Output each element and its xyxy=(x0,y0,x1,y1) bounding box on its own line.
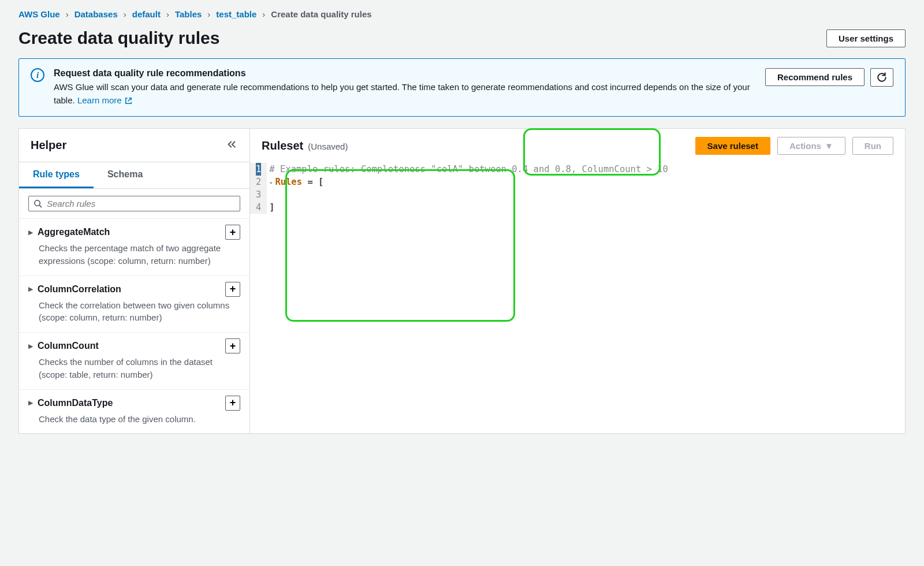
recommend-rules-button[interactable]: Recommend rules xyxy=(765,68,865,86)
rule-item: ▶ ColumnCorrelation + Check the correlat… xyxy=(19,275,249,333)
caret-right-icon[interactable]: ▶ xyxy=(28,229,33,236)
ruleset-status: (Unsaved) xyxy=(308,142,348,151)
info-banner-title: Request data quality rule recommendation… xyxy=(54,68,756,79)
ruleset-title: Ruleset (Unsaved) xyxy=(262,139,348,152)
info-banner: i Request data quality rule recommendati… xyxy=(18,58,906,117)
chevron-down-icon: ▼ xyxy=(825,141,833,151)
chevron-right-icon: › xyxy=(124,9,126,19)
breadcrumb-item[interactable]: default xyxy=(132,9,161,19)
search-icon xyxy=(33,199,42,208)
breadcrumb-item[interactable]: test_table xyxy=(216,9,256,19)
svg-line-1 xyxy=(39,205,42,207)
search-input-wrap[interactable] xyxy=(28,196,240,211)
tab-rule-types[interactable]: Rule types xyxy=(19,162,94,188)
rule-desc: Check the data type of the given column. xyxy=(28,413,240,426)
add-rule-button[interactable]: + xyxy=(225,282,240,297)
external-link-icon xyxy=(124,96,133,105)
rule-item: ▶ ColumnDataType + Check the data type o… xyxy=(19,389,249,434)
info-icon: i xyxy=(31,68,44,82)
actions-dropdown-button[interactable]: Actions ▼ xyxy=(777,137,845,155)
ruleset-panel: Ruleset (Unsaved) Save ruleset Actions ▼… xyxy=(250,129,905,433)
code-content[interactable]: # Example rules: Completeness "colA" bet… xyxy=(267,163,905,214)
rule-name: AggregateMatch xyxy=(38,227,221,237)
rule-desc: Check the correlation between two given … xyxy=(28,299,240,325)
info-banner-desc: AWS Glue will scan your data and generat… xyxy=(54,81,756,107)
run-button[interactable]: Run xyxy=(852,137,893,155)
add-rule-button[interactable]: + xyxy=(225,396,240,411)
code-gutter: 1 2 3 4 xyxy=(250,163,267,214)
user-settings-button[interactable]: User settings xyxy=(826,29,906,47)
chevron-right-icon: › xyxy=(262,9,265,19)
rule-desc: Checks the number of columns in the data… xyxy=(28,356,240,381)
rule-name: ColumnCount xyxy=(38,341,221,351)
rule-desc: Checks the percentage match of two aggre… xyxy=(28,242,240,267)
rule-name: ColumnCorrelation xyxy=(38,284,221,295)
chevron-right-icon: › xyxy=(207,9,210,19)
chevron-right-icon: › xyxy=(166,9,169,19)
caret-right-icon[interactable]: ▶ xyxy=(28,342,33,350)
search-input[interactable] xyxy=(47,199,235,208)
code-line-comment: # Example rules: Completeness "colA" bet… xyxy=(269,164,668,174)
refresh-button[interactable] xyxy=(870,68,893,87)
breadcrumb-current: Create data quality rules xyxy=(271,9,371,19)
page-title: Create data quality rules xyxy=(18,28,219,48)
caret-right-icon[interactable]: ▶ xyxy=(28,399,33,407)
rule-item: ▶ AggregateMatch + Checks the percentage… xyxy=(19,218,249,275)
helper-panel: Helper Rule types Schema ▶ xyxy=(19,129,250,433)
refresh-icon xyxy=(877,72,887,83)
breadcrumb: AWS Glue › Databases › default › Tables … xyxy=(18,9,906,19)
fold-caret-icon[interactable]: ▾ xyxy=(269,180,273,186)
helper-tabs: Rule types Schema xyxy=(19,162,249,189)
rule-name: ColumnDataType xyxy=(38,398,221,408)
code-editor[interactable]: 1 2 3 4 # Example rules: Completeness "c… xyxy=(250,163,905,214)
rule-list: ▶ AggregateMatch + Checks the percentage… xyxy=(19,218,249,433)
learn-more-link[interactable]: Learn more xyxy=(77,95,133,105)
helper-title: Helper xyxy=(31,139,66,152)
breadcrumb-item[interactable]: Tables xyxy=(175,9,202,19)
tab-schema[interactable]: Schema xyxy=(94,162,157,188)
add-rule-button[interactable]: + xyxy=(225,225,240,240)
collapse-icon[interactable] xyxy=(225,138,238,152)
breadcrumb-item[interactable]: AWS Glue xyxy=(18,9,60,19)
add-rule-button[interactable]: + xyxy=(225,338,240,353)
chevron-right-icon: › xyxy=(66,9,69,19)
breadcrumb-item[interactable]: Databases xyxy=(74,9,118,19)
caret-right-icon[interactable]: ▶ xyxy=(28,285,33,293)
save-ruleset-button[interactable]: Save ruleset xyxy=(695,137,770,155)
rule-item: ▶ ColumnCount + Checks the number of col… xyxy=(19,332,249,389)
svg-point-0 xyxy=(35,200,40,206)
